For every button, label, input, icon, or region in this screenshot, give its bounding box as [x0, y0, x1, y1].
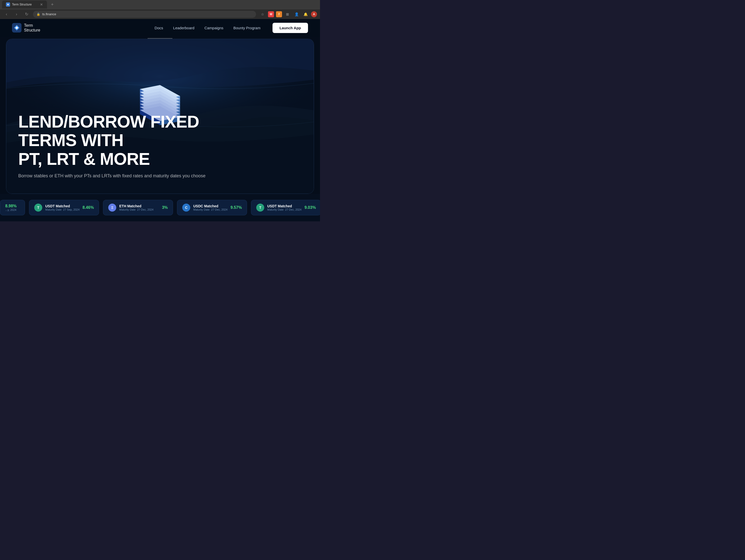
back-icon: ‹ — [6, 12, 7, 17]
lock-icon: 🔒 — [36, 12, 40, 16]
hero-content: LEND/BORROW FIXED TERMS WITH PT, LRT & M… — [6, 112, 314, 194]
ticker-name-2: USDC Matched — [193, 204, 227, 208]
ticker-item-1: Ξ ETH Matched Maturity Date 27 Dec, 2024… — [103, 200, 173, 215]
ticker-name-0: USDT Matched — [45, 204, 79, 208]
new-tab-button[interactable]: + — [49, 1, 56, 8]
nav-docs[interactable]: Docs — [155, 26, 163, 30]
website: Term Structure Docs Leaderboard Campaign… — [0, 19, 320, 221]
browser-actions: ☆ M f ⊞ 👤 🔔 A — [259, 11, 317, 18]
ticker-date-0: Maturity Date 27 Sep, 2024 — [45, 208, 79, 211]
refresh-icon: ↻ — [25, 12, 28, 17]
ticker-rate-1: 3% — [162, 205, 168, 210]
ticker-section: 8.98% ...y, 2024 T USDT Matched Maturity… — [0, 194, 320, 221]
url-text: ts.finance — [42, 12, 56, 16]
ticker-name-3: USDT Matched — [267, 204, 301, 208]
ticker-coin-icon-usdt-3: T — [256, 204, 264, 212]
ticker-partial-rate: 8.98% — [5, 204, 17, 208]
ticker-item-3: T USDT Matched Maturity Date 27 Dec, 202… — [251, 200, 320, 215]
browser-titlebar: Term Structure ✕ + — [0, 0, 320, 9]
ticker-name-1: ETH Matched — [119, 204, 159, 208]
ticker-info-0: USDT Matched Maturity Date 27 Sep, 2024 — [45, 204, 79, 211]
ticker-partial-date: ...y, 2024 — [5, 208, 17, 211]
ticker-info-2: USDC Matched Maturity Date 27 Dec, 2024 — [193, 204, 227, 211]
logo[interactable]: Term Structure — [12, 23, 40, 32]
browser-tab[interactable]: Term Structure ✕ — [2, 0, 47, 8]
bookmark-icon[interactable]: ☆ — [259, 11, 266, 18]
ticker-coin-icon-eth-1: Ξ — [108, 204, 116, 212]
ticker-info-3: USDT Matched Maturity Date 27 Dec, 2024 — [267, 204, 301, 211]
hero-wrapper: LEND/BORROW FIXED TERMS WITH PT, LRT & M… — [0, 36, 320, 194]
extensions-icon[interactable]: ⊞ — [284, 11, 291, 18]
logo-icon — [12, 23, 22, 32]
ticker-coin-icon-usdt-0: T — [34, 204, 42, 212]
forward-button[interactable]: › — [13, 11, 20, 18]
ticker-rate-3: 9.03% — [304, 205, 316, 210]
tab-title: Term Structure — [12, 3, 32, 6]
forward-icon: › — [16, 12, 17, 17]
nav-campaigns[interactable]: Campaigns — [204, 26, 224, 30]
tab-favicon — [6, 2, 10, 6]
refresh-button[interactable]: ↻ — [23, 11, 30, 18]
nav-links: Docs Leaderboard Campaigns Bounty Progra… — [155, 26, 260, 30]
ticker-item-2: C USDC Matched Maturity Date 27 Dec, 202… — [177, 200, 247, 215]
extension-icon-2[interactable]: f — [276, 11, 282, 17]
ticker-date-2: Maturity Date 27 Dec, 2024 — [193, 208, 227, 211]
nav-bounty[interactable]: Bounty Program — [233, 26, 260, 30]
ticker-coin-icon-usdc-2: C — [182, 204, 190, 212]
browser-addressbar: ‹ › ↻ 🔒 ts.finance ☆ M f ⊞ 👤 🔔 A — [0, 9, 320, 19]
back-button[interactable]: ‹ — [3, 11, 10, 18]
navbar: Term Structure Docs Leaderboard Campaign… — [0, 19, 320, 36]
profile-icon[interactable]: 👤 — [293, 11, 300, 18]
avatar-icon[interactable]: A — [311, 11, 317, 17]
logo-text: Term Structure — [24, 23, 40, 32]
notifications-icon[interactable]: 🔔 — [302, 11, 309, 18]
ticker-rate-0: 8.46% — [83, 205, 94, 210]
ticker-date-3: Maturity Date 27 Dec, 2024 — [267, 208, 301, 211]
ticker-rate-2: 9.57% — [230, 205, 242, 210]
nav-leaderboard[interactable]: Leaderboard — [173, 26, 194, 30]
tab-close-button[interactable]: ✕ — [40, 2, 43, 6]
hero-section: LEND/BORROW FIXED TERMS WITH PT, LRT & M… — [6, 39, 314, 194]
browser-chrome: Term Structure ✕ + ‹ › ↻ 🔒 ts.finance ☆ … — [0, 0, 320, 19]
ticker-item-0: T USDT Matched Maturity Date 27 Sep, 202… — [29, 200, 99, 215]
ticker-date-1: Maturity Date 27 Dec, 2024 — [119, 208, 159, 211]
launch-app-button[interactable]: Launch App — [272, 23, 308, 33]
ticker-info-1: ETH Matched Maturity Date 27 Dec, 2024 — [119, 204, 159, 211]
address-bar[interactable]: 🔒 ts.finance — [33, 11, 256, 18]
ticker-item-partial-left: 8.98% ...y, 2024 — [0, 200, 25, 215]
hero-subtitle: Borrow stables or ETH with your PTs and … — [18, 173, 302, 179]
ticker-track: 8.98% ...y, 2024 T USDT Matched Maturity… — [0, 200, 320, 215]
extension-icon-1[interactable]: M — [268, 11, 274, 17]
hero-title: LEND/BORROW FIXED TERMS WITH PT, LRT & M… — [18, 112, 243, 168]
